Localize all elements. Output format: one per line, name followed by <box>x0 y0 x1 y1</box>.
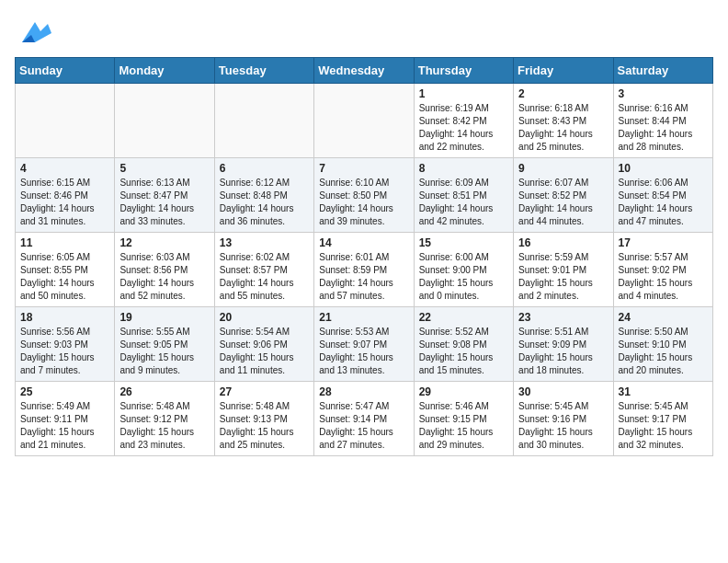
day-number: 8 <box>419 162 508 175</box>
day-number: 30 <box>518 385 608 398</box>
day-info: Sunrise: 6:05 AM Sunset: 8:55 PM Dayligh… <box>20 251 109 303</box>
day-info: Sunrise: 5:52 AM Sunset: 9:08 PM Dayligh… <box>419 326 508 377</box>
day-number: 6 <box>220 162 309 175</box>
calendar-day-8: 8Sunrise: 6:09 AM Sunset: 8:51 PM Daylig… <box>414 158 513 233</box>
day-info: Sunrise: 6:02 AM Sunset: 8:57 PM Dayligh… <box>220 251 309 303</box>
day-info: Sunrise: 6:18 AM Sunset: 8:43 PM Dayligh… <box>518 102 608 154</box>
day-info: Sunrise: 6:01 AM Sunset: 8:59 PM Dayligh… <box>319 251 408 303</box>
weekday-header-monday: Monday <box>115 58 214 84</box>
calendar-day-14: 14Sunrise: 6:01 AM Sunset: 8:59 PM Dayli… <box>314 233 414 307</box>
page-header <box>15 15 713 50</box>
day-info: Sunrise: 5:45 AM Sunset: 9:16 PM Dayligh… <box>518 400 608 452</box>
day-info: Sunrise: 5:56 AM Sunset: 9:03 PM Dayligh… <box>20 326 109 377</box>
day-number: 20 <box>220 311 309 324</box>
day-info: Sunrise: 5:46 AM Sunset: 9:15 PM Dayligh… <box>419 400 508 452</box>
weekday-header-sunday: Sunday <box>16 58 115 84</box>
day-info: Sunrise: 6:16 AM Sunset: 8:44 PM Dayligh… <box>619 102 708 154</box>
day-info: Sunrise: 6:07 AM Sunset: 8:52 PM Dayligh… <box>518 177 608 228</box>
day-number: 1 <box>419 87 508 100</box>
calendar-day-9: 9Sunrise: 6:07 AM Sunset: 8:52 PM Daylig… <box>514 158 613 233</box>
day-info: Sunrise: 5:54 AM Sunset: 9:06 PM Dayligh… <box>220 326 309 377</box>
logo-icon <box>15 15 55 50</box>
calendar-day-31: 31Sunrise: 5:45 AM Sunset: 9:17 PM Dayli… <box>613 382 712 456</box>
day-info: Sunrise: 6:13 AM Sunset: 8:47 PM Dayligh… <box>119 177 209 228</box>
day-number: 12 <box>119 236 209 249</box>
calendar-day-17: 17Sunrise: 5:57 AM Sunset: 9:02 PM Dayli… <box>613 233 712 307</box>
calendar-day-18: 18Sunrise: 5:56 AM Sunset: 9:03 PM Dayli… <box>16 307 115 382</box>
calendar-empty-cell <box>214 84 313 158</box>
day-info: Sunrise: 6:09 AM Sunset: 8:51 PM Dayligh… <box>419 177 508 228</box>
calendar-day-22: 22Sunrise: 5:52 AM Sunset: 9:08 PM Dayli… <box>414 307 513 382</box>
logo <box>15 15 59 50</box>
calendar-day-3: 3Sunrise: 6:16 AM Sunset: 8:44 PM Daylig… <box>613 84 712 158</box>
day-info: Sunrise: 6:03 AM Sunset: 8:56 PM Dayligh… <box>119 251 209 303</box>
weekday-header-tuesday: Tuesday <box>214 58 313 84</box>
day-info: Sunrise: 6:15 AM Sunset: 8:46 PM Dayligh… <box>20 177 109 228</box>
calendar-empty-cell <box>115 84 214 158</box>
weekday-header-saturday: Saturday <box>613 58 712 84</box>
day-number: 31 <box>619 385 708 398</box>
day-number: 19 <box>119 311 209 324</box>
day-number: 18 <box>20 311 109 324</box>
day-info: Sunrise: 5:55 AM Sunset: 9:05 PM Dayligh… <box>119 326 209 377</box>
day-info: Sunrise: 5:59 AM Sunset: 9:01 PM Dayligh… <box>518 251 608 303</box>
day-number: 21 <box>319 311 408 324</box>
day-number: 9 <box>518 162 608 175</box>
weekday-header-wednesday: Wednesday <box>314 58 414 84</box>
day-number: 10 <box>619 162 708 175</box>
calendar-day-27: 27Sunrise: 5:48 AM Sunset: 9:13 PM Dayli… <box>214 382 313 456</box>
calendar-day-7: 7Sunrise: 6:10 AM Sunset: 8:50 PM Daylig… <box>314 158 414 233</box>
day-number: 29 <box>419 385 508 398</box>
day-number: 2 <box>518 87 608 100</box>
calendar-day-2: 2Sunrise: 6:18 AM Sunset: 8:43 PM Daylig… <box>514 84 613 158</box>
calendar-day-11: 11Sunrise: 6:05 AM Sunset: 8:55 PM Dayli… <box>16 233 115 307</box>
day-number: 24 <box>619 311 708 324</box>
day-info: Sunrise: 5:57 AM Sunset: 9:02 PM Dayligh… <box>619 251 708 303</box>
day-number: 14 <box>319 236 408 249</box>
day-info: Sunrise: 6:10 AM Sunset: 8:50 PM Dayligh… <box>319 177 408 228</box>
calendar-day-26: 26Sunrise: 5:48 AM Sunset: 9:12 PM Dayli… <box>115 382 214 456</box>
day-number: 11 <box>20 236 109 249</box>
calendar-day-6: 6Sunrise: 6:12 AM Sunset: 8:48 PM Daylig… <box>214 158 313 233</box>
calendar-day-10: 10Sunrise: 6:06 AM Sunset: 8:54 PM Dayli… <box>613 158 712 233</box>
day-number: 7 <box>319 162 408 175</box>
calendar-day-20: 20Sunrise: 5:54 AM Sunset: 9:06 PM Dayli… <box>214 307 313 382</box>
day-number: 27 <box>220 385 309 398</box>
calendar-week-row: 25Sunrise: 5:49 AM Sunset: 9:11 PM Dayli… <box>16 382 713 456</box>
day-number: 22 <box>419 311 508 324</box>
day-info: Sunrise: 5:53 AM Sunset: 9:07 PM Dayligh… <box>319 326 408 377</box>
calendar-week-row: 1Sunrise: 6:19 AM Sunset: 8:42 PM Daylig… <box>16 84 713 158</box>
day-number: 26 <box>119 385 209 398</box>
day-number: 28 <box>319 385 408 398</box>
day-info: Sunrise: 5:49 AM Sunset: 9:11 PM Dayligh… <box>20 400 109 452</box>
weekday-header-friday: Friday <box>514 58 613 84</box>
day-number: 15 <box>419 236 508 249</box>
calendar-week-row: 11Sunrise: 6:05 AM Sunset: 8:55 PM Dayli… <box>16 233 713 307</box>
day-info: Sunrise: 6:00 AM Sunset: 9:00 PM Dayligh… <box>419 251 508 303</box>
day-info: Sunrise: 6:19 AM Sunset: 8:42 PM Dayligh… <box>419 102 508 154</box>
calendar-day-28: 28Sunrise: 5:47 AM Sunset: 9:14 PM Dayli… <box>314 382 414 456</box>
calendar-empty-cell <box>16 84 115 158</box>
day-number: 17 <box>619 236 708 249</box>
day-number: 23 <box>518 311 608 324</box>
day-number: 3 <box>619 87 708 100</box>
day-number: 4 <box>20 162 109 175</box>
calendar-day-13: 13Sunrise: 6:02 AM Sunset: 8:57 PM Dayli… <box>214 233 313 307</box>
calendar-day-1: 1Sunrise: 6:19 AM Sunset: 8:42 PM Daylig… <box>414 84 513 158</box>
day-number: 5 <box>119 162 209 175</box>
day-number: 13 <box>220 236 309 249</box>
calendar-day-30: 30Sunrise: 5:45 AM Sunset: 9:16 PM Dayli… <box>514 382 613 456</box>
calendar-day-5: 5Sunrise: 6:13 AM Sunset: 8:47 PM Daylig… <box>115 158 214 233</box>
day-info: Sunrise: 6:06 AM Sunset: 8:54 PM Dayligh… <box>619 177 708 228</box>
day-info: Sunrise: 5:51 AM Sunset: 9:09 PM Dayligh… <box>518 326 608 377</box>
calendar-day-21: 21Sunrise: 5:53 AM Sunset: 9:07 PM Dayli… <box>314 307 414 382</box>
calendar-table: SundayMondayTuesdayWednesdayThursdayFrid… <box>15 57 713 456</box>
day-info: Sunrise: 5:48 AM Sunset: 9:12 PM Dayligh… <box>119 400 209 452</box>
day-info: Sunrise: 5:47 AM Sunset: 9:14 PM Dayligh… <box>319 400 408 452</box>
calendar-week-row: 18Sunrise: 5:56 AM Sunset: 9:03 PM Dayli… <box>16 307 713 382</box>
day-info: Sunrise: 6:12 AM Sunset: 8:48 PM Dayligh… <box>220 177 309 228</box>
weekday-header-thursday: Thursday <box>414 58 513 84</box>
calendar-header-row: SundayMondayTuesdayWednesdayThursdayFrid… <box>16 58 713 84</box>
calendar-day-16: 16Sunrise: 5:59 AM Sunset: 9:01 PM Dayli… <box>514 233 613 307</box>
calendar-day-19: 19Sunrise: 5:55 AM Sunset: 9:05 PM Dayli… <box>115 307 214 382</box>
